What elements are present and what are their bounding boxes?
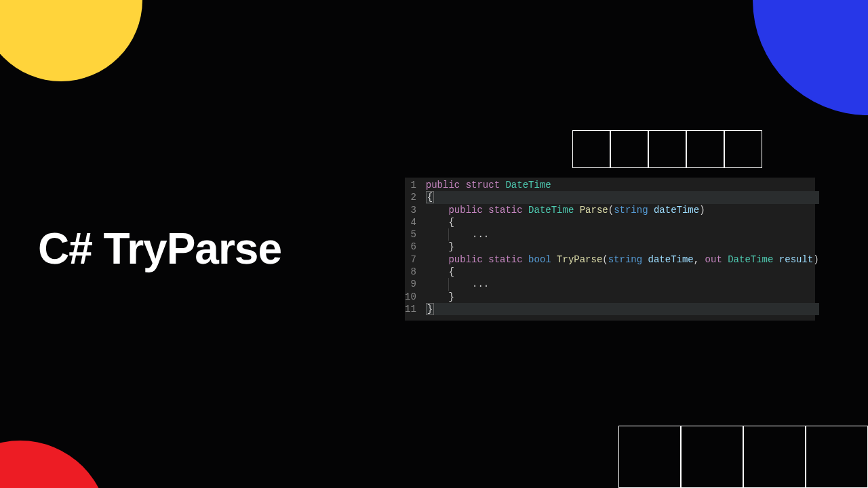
line-number: 10: [405, 291, 416, 303]
code-line: }: [426, 291, 819, 303]
line-number: 6: [405, 241, 416, 253]
bottom-grid-decoration: [618, 426, 868, 488]
code-line: public static bool TryParse(string dateT…: [426, 253, 819, 266]
grid-cell: [681, 426, 743, 488]
yellow-circle-decoration: [0, 0, 142, 81]
line-number: 3: [405, 204, 416, 216]
code-line: }: [426, 241, 819, 253]
code-line: {: [426, 266, 819, 278]
blue-quarter-circle-decoration: [753, 0, 868, 115]
code-line: {: [426, 191, 819, 203]
grid-cell: [648, 130, 686, 168]
grid-cell: [743, 426, 806, 488]
top-grid-decoration: [572, 130, 762, 168]
slide-title: C# TryParse: [38, 224, 281, 274]
red-circle-decoration: [0, 441, 108, 488]
code-editor: 1234567891011 public struct DateTime{ pu…: [405, 178, 815, 321]
code-line: public static DateTime Parse(string date…: [426, 204, 819, 216]
line-number: 8: [405, 266, 416, 278]
grid-cell: [686, 130, 724, 168]
code-line: }: [426, 303, 819, 315]
grid-cell: [610, 130, 648, 168]
line-number: 4: [405, 216, 416, 228]
grid-cell: [572, 130, 610, 168]
line-number: 7: [405, 253, 416, 266]
code-line: ...: [426, 278, 819, 290]
line-number: 11: [405, 303, 416, 315]
code-line: ...: [426, 228, 819, 241]
line-number: 1: [405, 179, 416, 191]
code-line: {: [426, 216, 819, 228]
line-number: 2: [405, 191, 416, 203]
code-content: public struct DateTime{ public static Da…: [426, 179, 819, 315]
grid-cell: [724, 130, 762, 168]
grid-cell: [618, 426, 681, 488]
code-line: public struct DateTime: [426, 179, 819, 191]
line-number: 9: [405, 278, 416, 290]
line-number-gutter: 1234567891011: [405, 179, 426, 315]
grid-cell: [806, 426, 868, 488]
line-number: 5: [405, 228, 416, 241]
